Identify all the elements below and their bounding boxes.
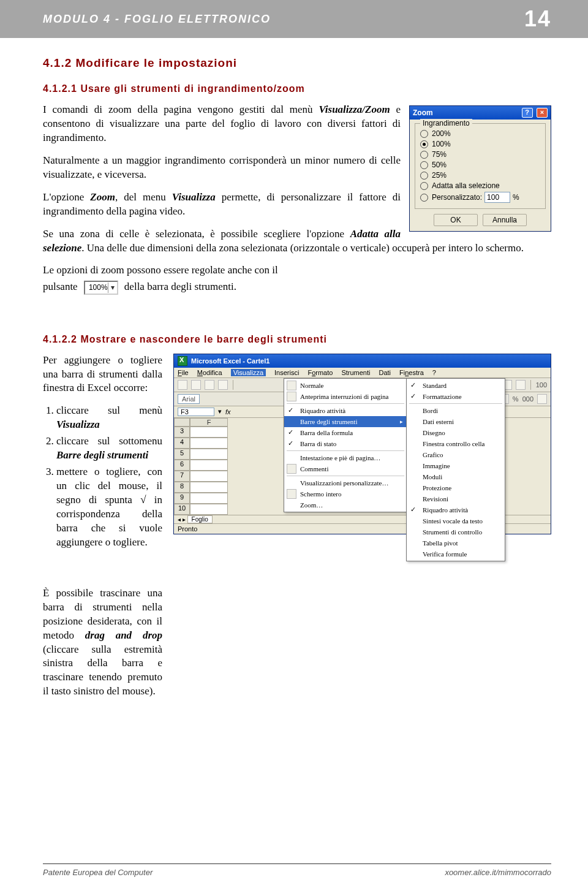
body-paragraph: Le opzioni di zoom possono essere regola…: [43, 264, 551, 278]
toolbar-item-disegno[interactable]: Disegno: [407, 427, 505, 438]
toolbar-item-formattazione[interactable]: ✓Formattazione: [407, 391, 505, 402]
menu-item-normale[interactable]: Normale: [284, 380, 407, 391]
zoom-dialog-title: Zoom: [413, 108, 433, 117]
zoom-option-50[interactable]: 50%: [420, 161, 540, 169]
toolbar-item-dati[interactable]: Dati esterni: [407, 416, 505, 427]
header-title: MODULO 4 - FOGLIO ELETTRONICO: [43, 13, 271, 26]
ok-button[interactable]: OK: [434, 214, 478, 226]
menu-inserisci[interactable]: Inserisci: [274, 369, 299, 376]
footer-right: xoomer.alice.it/mimmocorrado: [445, 868, 551, 877]
group-legend: Ingrandimento: [420, 119, 472, 127]
menu-item-zoom[interactable]: Zoom…: [284, 499, 407, 510]
menu-item-formula[interactable]: ✓Barra della formula: [284, 427, 407, 438]
comment-icon: [287, 464, 296, 474]
save-icon[interactable]: [205, 380, 214, 390]
subsection-heading: 4.1.2.2 Mostrare e nascondere le barre d…: [43, 334, 551, 345]
list-item: mettere o togliere, con un clic del mous…: [56, 465, 162, 550]
menu-dati[interactable]: Dati: [379, 369, 391, 376]
menu-item-stato[interactable]: ✓Barra di stato: [284, 438, 407, 449]
chevron-down-icon[interactable]: ▾: [108, 283, 117, 292]
zoom-custom-input[interactable]: 100: [484, 192, 510, 203]
list-item: cliccare sul sottomenu Barre degli strum…: [56, 435, 162, 463]
toolbar-item-sintesi[interactable]: Sintesi vocale da testo: [407, 515, 505, 526]
menu-formato[interactable]: Formato: [307, 369, 333, 376]
toolbar-item-immagine[interactable]: Immagine: [407, 460, 505, 471]
menu-item-schermo[interactable]: Schermo intero: [284, 488, 407, 499]
normal-icon: [287, 381, 296, 390]
body-paragraph: pulsante 100% ▾ della barra degli strume…: [43, 280, 551, 294]
fullscreen-icon: [287, 489, 296, 499]
row-header[interactable]: 9: [174, 493, 190, 504]
menu-visualizza[interactable]: Visualizza: [231, 369, 266, 376]
column-header[interactable]: F: [190, 418, 228, 427]
page-number: 14: [524, 6, 551, 32]
zoom-option-custom[interactable]: Personalizzato: 100 %: [420, 192, 540, 203]
list-item: cliccare sul menù Visualizza: [56, 404, 162, 432]
print-icon[interactable]: [218, 380, 228, 390]
page-header: MODULO 4 - FOGLIO ELETTRONICO 14: [0, 0, 588, 38]
row-header[interactable]: 5: [174, 449, 190, 460]
subsection-heading: 4.1.2.1 Usare gli strumenti di ingrandim…: [43, 83, 551, 94]
menu-item-anteprima[interactable]: Anteprima interruzioni di pagina: [284, 391, 407, 402]
sheet-tab[interactable]: Foglio: [187, 515, 213, 523]
instruction-list: cliccare sul menù Visualizza cliccare su…: [43, 404, 162, 549]
cancel-button[interactable]: Annulla: [483, 214, 527, 226]
open-icon[interactable]: [191, 380, 201, 390]
excel-window: Microsoft Excel - Cartel1 File Modifica …: [173, 354, 551, 534]
excel-titlebar: Microsoft Excel - Cartel1: [174, 354, 551, 368]
footer-left: Patente Europea del Computer: [43, 868, 153, 877]
menu-file[interactable]: File: [178, 369, 189, 376]
toolbar-item-verifica[interactable]: Verifica formule: [407, 548, 505, 560]
row-header[interactable]: 4: [174, 438, 190, 449]
close-icon[interactable]: ×: [537, 108, 548, 118]
menu-item-commenti[interactable]: Commenti: [284, 463, 407, 474]
excel-icon: [178, 356, 187, 366]
menu-item-barre[interactable]: Barre degli strumenti▸: [284, 416, 407, 427]
row-header[interactable]: 8: [174, 482, 190, 493]
zoom-option-fit[interactable]: Adatta alla selezione: [420, 181, 540, 190]
section-heading: 4.1.2 Modificare le impostazioni: [43, 56, 551, 70]
zoom-dialog-titlebar: Zoom ? ×: [410, 106, 551, 120]
zoom-option-75[interactable]: 75%: [420, 150, 540, 159]
zoom-value[interactable]: 100: [536, 381, 547, 389]
toolbar-item-bordi[interactable]: Bordi: [407, 405, 505, 416]
zoom-options-group: Ingrandimento 200% 100% 75% 50% 25% Adat…: [415, 123, 546, 209]
toolbar-item-revisioni[interactable]: Revisioni: [407, 493, 505, 504]
toolbar-item-standard[interactable]: ✓Standard: [407, 380, 505, 391]
indent-icon[interactable]: [537, 394, 547, 404]
menu-item-intestazione[interactable]: Intestazione e piè di pagina…: [284, 452, 407, 463]
menu-finestra[interactable]: Finestra: [399, 369, 424, 376]
row-header[interactable]: 10: [174, 504, 190, 515]
menu-strumenti[interactable]: Strumenti: [341, 369, 370, 376]
toolbars-submenu: ✓Standard ✓Formattazione Bordi Dati este…: [406, 378, 505, 561]
new-icon[interactable]: [178, 380, 187, 390]
zoom-combo[interactable]: 100% ▾: [84, 281, 118, 294]
menu-modifica[interactable]: Modifica: [197, 369, 222, 376]
help-icon[interactable]: ?: [522, 108, 533, 118]
name-box[interactable]: F3: [178, 408, 214, 416]
zoom-option-200[interactable]: 200%: [420, 129, 540, 138]
menu-item-vis-pers[interactable]: Visualizzazioni personalizzate…: [284, 477, 407, 488]
row-header[interactable]: 3: [174, 427, 190, 438]
row-header[interactable]: 7: [174, 471, 190, 482]
font-select[interactable]: Arial: [178, 394, 200, 404]
toolbar-item-riquadro[interactable]: ✓Riquadro attività: [407, 504, 505, 515]
toolbar-item-pivot[interactable]: Tabella pivot: [407, 537, 505, 548]
visualizza-menu: Normale Anteprima interruzioni di pagina…: [284, 378, 407, 512]
toolbar-item-grafico[interactable]: Grafico: [407, 449, 505, 460]
toolbar-item-protezione[interactable]: Protezione: [407, 482, 505, 493]
toolbar-item-controllo[interactable]: Strumenti di controllo: [407, 526, 505, 537]
menu-help[interactable]: ?: [432, 369, 436, 376]
chart-icon[interactable]: [516, 380, 526, 390]
toolbar-item-moduli[interactable]: Moduli: [407, 471, 505, 482]
body-paragraph: Per aggiungere o togliere una barra di s…: [43, 354, 162, 396]
toolbar-item-finestra[interactable]: Finestra controllo cella: [407, 438, 505, 449]
row-header[interactable]: 6: [174, 460, 190, 471]
percent-icon[interactable]: %: [513, 395, 519, 403]
fx-icon[interactable]: fx: [225, 408, 231, 416]
zoom-option-25[interactable]: 25%: [420, 171, 540, 180]
zoom-dialog: Zoom ? × Ingrandimento 200% 100% 75% 50%…: [409, 105, 551, 232]
menu-item-riquadro[interactable]: ✓Riquadro attività: [284, 405, 407, 416]
body-paragraph: È possibile trascinare una barra di stru…: [43, 586, 162, 699]
zoom-option-100[interactable]: 100%: [420, 140, 540, 148]
